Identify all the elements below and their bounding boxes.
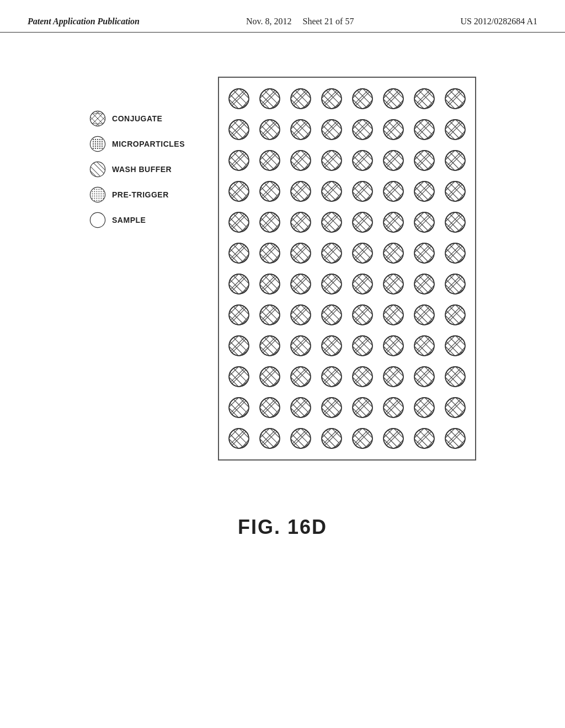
svg-line-1608 xyxy=(351,415,355,419)
table-row xyxy=(317,84,346,113)
table-row xyxy=(348,239,377,267)
svg-line-655 xyxy=(463,180,467,184)
svg-line-385 xyxy=(247,149,250,153)
table-row xyxy=(410,146,439,175)
svg-line-1627 xyxy=(401,396,405,400)
svg-line-1076 xyxy=(413,272,417,276)
svg-line-620 xyxy=(382,181,403,203)
svg-line-1393 xyxy=(247,365,250,369)
svg-line-618 xyxy=(382,199,386,203)
conjugate-label: CONJUGATE xyxy=(112,114,162,123)
table-row xyxy=(379,208,408,237)
svg-line-115 xyxy=(278,87,281,91)
table-row xyxy=(286,208,315,237)
svg-line-1392 xyxy=(227,384,231,388)
table-row xyxy=(379,177,408,206)
svg-point-27 xyxy=(99,143,100,144)
svg-line-1122 xyxy=(258,323,262,326)
svg-line-1446 xyxy=(320,384,324,388)
svg-line-403 xyxy=(278,149,281,153)
svg-line-824 xyxy=(227,242,231,245)
svg-point-61 xyxy=(100,191,102,192)
svg-point-23 xyxy=(102,141,103,142)
svg-line-781 xyxy=(432,211,436,215)
svg-line-871 xyxy=(339,242,343,245)
svg-line-1364 xyxy=(413,334,417,338)
svg-line-1176 xyxy=(351,323,355,326)
svg-line-348 xyxy=(413,137,417,141)
svg-line-1508 xyxy=(413,365,417,369)
table-row xyxy=(441,146,470,175)
svg-line-456 xyxy=(351,168,355,172)
table-row xyxy=(348,270,377,298)
svg-line-1105 xyxy=(247,303,250,307)
svg-line-116 xyxy=(258,89,280,110)
svg-line-1796 xyxy=(413,427,417,431)
svg-line-1159 xyxy=(339,303,343,307)
svg-line-1232 xyxy=(444,305,465,326)
svg-line-644 xyxy=(413,180,417,184)
svg-line-205 xyxy=(432,87,436,91)
svg-point-20 xyxy=(95,141,96,142)
svg-line-420 xyxy=(289,168,293,172)
svg-line-1736 xyxy=(320,429,342,450)
svg-point-62 xyxy=(103,191,104,192)
table-row xyxy=(255,84,284,113)
svg-line-1806 xyxy=(444,446,447,450)
date: Nov. 8, 2012 xyxy=(246,17,292,26)
date-sheet: Nov. 8, 2012 Sheet 21 of 57 xyxy=(246,17,354,26)
svg-line-548 xyxy=(258,181,280,203)
svg-line-1789 xyxy=(432,427,436,431)
svg-line-1302 xyxy=(320,354,324,357)
svg-point-34 xyxy=(93,148,94,149)
svg-line-1807 xyxy=(463,427,467,431)
svg-line-709 xyxy=(308,211,312,215)
svg-line-564 xyxy=(289,199,293,203)
svg-point-67 xyxy=(100,193,102,194)
svg-line-296 xyxy=(320,120,342,141)
svg-line-1699 xyxy=(278,427,281,431)
svg-line-680 xyxy=(227,211,231,215)
svg-line-1520 xyxy=(444,367,465,388)
svg-line-996 xyxy=(289,292,293,296)
svg-line-1688 xyxy=(227,427,231,431)
svg-line-338 xyxy=(382,118,386,122)
table-row xyxy=(225,239,253,267)
svg-line-368 xyxy=(444,120,465,141)
svg-line-206 xyxy=(413,89,434,110)
svg-line-458 xyxy=(351,151,372,172)
sample-label: SAMPLE xyxy=(112,216,146,224)
svg-line-1338 xyxy=(382,354,386,357)
svg-line-1652 xyxy=(413,396,417,400)
svg-line-1238 xyxy=(444,303,447,307)
legend-item-wash-buffer: WASH BUFFER xyxy=(89,160,185,178)
table-row xyxy=(410,362,439,391)
table-row xyxy=(225,84,253,113)
svg-line-950 xyxy=(444,242,447,245)
svg-line-356 xyxy=(413,118,417,122)
table-row xyxy=(348,208,377,237)
svg-line-546 xyxy=(258,199,262,203)
svg-line-1106 xyxy=(227,305,249,326)
svg-point-68 xyxy=(103,193,104,194)
table-row xyxy=(410,239,439,267)
svg-line-860 xyxy=(289,242,293,245)
svg-line-1537 xyxy=(247,396,250,400)
svg-line-332 xyxy=(382,120,403,141)
svg-point-16 xyxy=(97,139,98,140)
table-row xyxy=(410,301,439,329)
svg-line-1590 xyxy=(320,415,324,419)
svg-line-1231 xyxy=(463,303,467,307)
table-row xyxy=(225,146,253,175)
table-row xyxy=(441,177,470,206)
svg-line-979 xyxy=(278,272,281,276)
svg-line-968 xyxy=(227,272,231,276)
svg-line-1034 xyxy=(351,274,372,296)
svg-line-582 xyxy=(320,199,324,203)
svg-line-1681 xyxy=(247,427,250,431)
legend-item-conjugate: CONJUGATE xyxy=(89,110,185,127)
svg-line-518 xyxy=(444,149,447,153)
table-row xyxy=(286,84,315,113)
svg-line-1645 xyxy=(432,396,436,400)
svg-line-224 xyxy=(444,89,465,110)
